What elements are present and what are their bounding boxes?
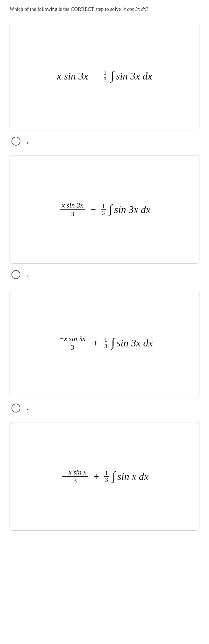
radio-row: . [10, 270, 199, 279]
radio-row: .. [10, 404, 199, 413]
int-body: sin 3x dx [116, 70, 152, 82]
formula: x sin 3x − 1 3 ∫ sin 3x dx [57, 69, 152, 83]
lhs-frac: −x sin 3x 3 [57, 335, 87, 351]
coef-frac: 1 3 [103, 70, 107, 82]
integral-sign: ∫ [111, 335, 114, 349]
question-suffix: ? [146, 6, 148, 12]
option-3: −x sin 3x 3 + 1 3 ∫ sin 3x dx .. [10, 289, 199, 413]
sign: − [90, 70, 99, 82]
formula: x sin 3x 3 − 1 3 ∫ sin 3x dx [59, 202, 150, 217]
question-integral: ∫x cos 3x dx [122, 6, 146, 12]
option-label: .. [27, 405, 30, 412]
option-4: −x sin x 3 + 1 3 ∫ sin x dx [10, 422, 199, 531]
int-body: sin 3x dx [117, 337, 153, 349]
sign: + [90, 337, 100, 349]
option-label: . [27, 271, 28, 278]
radio-option-3[interactable] [11, 404, 20, 413]
integral-sign: ∫ [109, 202, 112, 216]
lhs-frac: x sin 3x 3 [60, 202, 85, 217]
option-card: −x sin x 3 + 1 3 ∫ sin x dx [10, 422, 199, 531]
coef-frac: 1 3 [104, 470, 109, 483]
option-card: x sin 3x 3 − 1 3 ∫ sin 3x dx [10, 155, 199, 264]
radio-row: , [10, 137, 199, 146]
integral-sign: ∫ [112, 469, 115, 483]
integral-sign: ∫ [111, 68, 114, 82]
int-body: sin 3x dx [114, 204, 150, 216]
formula: −x sin 3x 3 + 1 3 ∫ sin 3x dx [56, 335, 153, 351]
question-text: Which of the following is the CORRECT st… [10, 6, 199, 12]
coef-frac: 1 3 [101, 203, 106, 216]
quiz-container: Which of the following is the CORRECT st… [0, 0, 209, 547]
sign: − [88, 204, 98, 216]
radio-option-2[interactable] [11, 270, 20, 279]
question-prefix: Which of the following is the CORRECT st… [10, 6, 122, 12]
option-1: x sin 3x − 1 3 ∫ sin 3x dx , [10, 22, 199, 146]
coef-frac: 1 3 [103, 337, 108, 349]
lhs-plain: x sin 3x [57, 70, 88, 82]
lhs-frac: −x sin x 3 [62, 469, 88, 484]
option-label: , [27, 138, 28, 145]
option-2: x sin 3x 3 − 1 3 ∫ sin 3x dx . [10, 155, 199, 279]
sign: + [91, 471, 101, 482]
int-body: sin x dx [117, 471, 148, 482]
formula: −x sin x 3 + 1 3 ∫ sin x dx [61, 469, 148, 484]
option-card: x sin 3x − 1 3 ∫ sin 3x dx [10, 22, 199, 130]
radio-option-1[interactable] [11, 137, 20, 146]
option-card: −x sin 3x 3 + 1 3 ∫ sin 3x dx [10, 289, 199, 397]
